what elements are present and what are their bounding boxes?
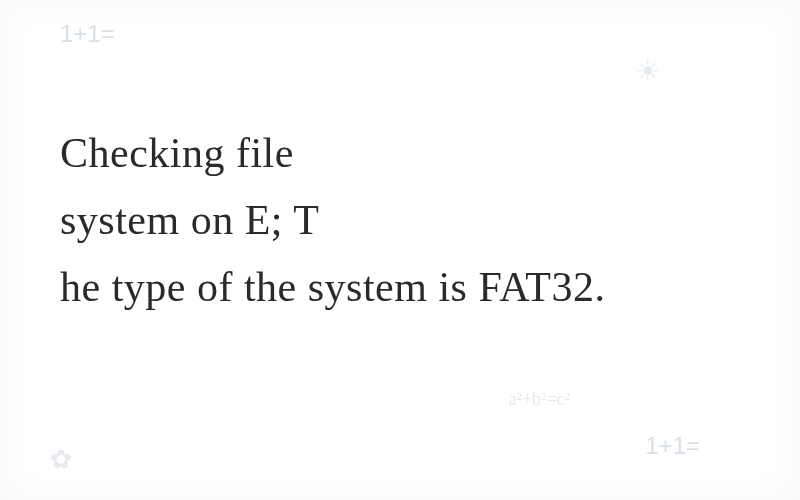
flower-doodle-icon: ✿ [50,444,72,475]
equation-doodle: a²+b²=c² [509,389,570,410]
text-line-2: system on E; T [60,197,319,243]
text-line-3: he type of the system is FAT32. [60,264,606,310]
text-line-1: Checking file [60,130,294,176]
document-paper: 1+1= ☀ Checking file system on E; T he t… [0,0,800,500]
watermark-bottom-right: 1+1= [645,432,700,460]
watermark-top-left: 1+1= [60,20,115,48]
sun-doodle-icon: ☀ [635,55,660,88]
main-text-block: Checking file system on E; T he type of … [60,120,740,322]
